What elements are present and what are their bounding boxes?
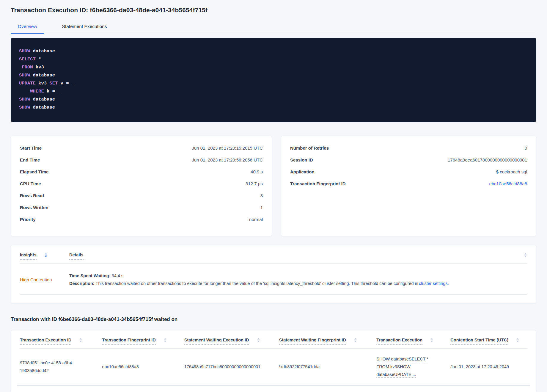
statement-waiting-execution-id-cell: 176498a9c717bdc80000000000000001 xyxy=(184,363,279,371)
sort-icon[interactable] xyxy=(164,338,167,343)
sql-statements-box: SHOW databaseSELECT * FROM kv3SHOW datab… xyxy=(11,38,536,122)
summary-row: Rows Read3 xyxy=(20,193,263,205)
insights-table: Insights Details High Cont xyxy=(11,245,536,303)
statement-waiting-fingerprint-id-cell: \xdb8922f077541dda xyxy=(279,363,377,371)
column-header-label[interactable]: Transaction Execution ID xyxy=(20,338,71,345)
details-column-label[interactable]: Details xyxy=(69,253,84,260)
summary-row: End TimeJun 01, 2023 at 17:20:56:2056 UT… xyxy=(20,157,263,169)
column-header-label[interactable]: Statement Waiting Fingerprint ID xyxy=(279,338,346,345)
column-header-label[interactable]: Transaction Fingerprint ID xyxy=(102,338,155,345)
transaction-details-page: Transaction Execution ID: f6be6366-da03-… xyxy=(0,7,547,392)
summary-value: 0 xyxy=(525,145,527,150)
summary-label: Priority xyxy=(20,217,36,222)
summary-row: Session ID17648a9eea60178000000000000000… xyxy=(290,157,527,169)
summary-label: Number of Retries xyxy=(290,145,329,150)
cluster-settings-link[interactable]: cluster settings xyxy=(419,281,448,286)
description-line: Description:This transaction waited on o… xyxy=(69,280,522,287)
high-contention-label: High Contention xyxy=(20,277,52,282)
transaction-fingerprint-id-cell: ebc10ae56cfd88a8 xyxy=(102,363,184,371)
summary-label: CPU Time xyxy=(20,181,41,186)
table-row: 9738d051-bc0e-4158-a9b4-1903586ddd42 ebc… xyxy=(20,349,527,385)
summary-label: Application xyxy=(290,169,315,174)
sql-line: SHOW database xyxy=(19,104,528,112)
time-spent-waiting-label: Time Spent Waiting: xyxy=(69,273,111,278)
sort-icon[interactable] xyxy=(257,338,260,343)
page-title: Transaction Execution ID: f6be6366-da03-… xyxy=(11,7,536,14)
column-header-label[interactable]: Statement Waiting Execution ID xyxy=(184,338,249,345)
summary-value: 40.9 s xyxy=(251,169,263,174)
description-period: . xyxy=(448,281,449,286)
tab-statement-executions[interactable]: Statement Executions xyxy=(55,24,114,33)
column-header-details[interactable]: Details xyxy=(69,253,516,260)
sort-icon[interactable] xyxy=(524,253,527,258)
summary-label: Rows Written xyxy=(20,205,48,210)
insights-column-label[interactable]: Insights xyxy=(20,253,37,260)
sql-line: UPDATE kv3 SET v = _ xyxy=(19,79,528,87)
summary-label: Start Time xyxy=(20,145,42,150)
sql-line: SELECT * xyxy=(19,55,528,63)
column-header-transaction-execution-id[interactable]: Transaction Execution ID xyxy=(20,338,102,345)
summary-row: Prioritynormal xyxy=(20,217,263,229)
sql-line: WHERE k = _ xyxy=(19,87,528,95)
sql-line: FROM kv3 xyxy=(19,63,528,71)
transaction-fingerprint-id-link[interactable]: ebc10ae56cfd88a8 xyxy=(489,181,527,186)
waited-on-heading: Transaction with ID f6be6366-da03-48de-a… xyxy=(11,316,536,322)
summary-section: Start TimeJun 01, 2023 at 17:20:15:2015 … xyxy=(11,136,536,236)
time-spent-waiting-value: 34.4 s xyxy=(112,273,124,278)
tab-overview[interactable]: Overview xyxy=(11,24,44,34)
column-header-statement-waiting-fingerprint-id[interactable]: Statement Waiting Fingerprint ID xyxy=(279,338,377,345)
waited-on-table-header: Transaction Execution IDTransaction Fing… xyxy=(20,338,527,349)
waited-on-table: Transaction Execution IDTransaction Fing… xyxy=(11,330,536,392)
summary-card-right: Number of Retries0Session ID17648a9eea60… xyxy=(281,136,536,236)
summary-value: normal xyxy=(249,217,263,222)
transaction-execution-id-cell: 9738d051-bc0e-4158-a9b4-1903586ddd42 xyxy=(20,359,102,374)
summary-label: End Time xyxy=(20,157,40,162)
description-label: Description: xyxy=(69,281,95,286)
insight-row: High Contention Time Spent Waiting:34.4 … xyxy=(20,264,527,295)
column-header-contention-start-time-utc[interactable]: Contention Start Time (UTC) xyxy=(450,338,527,345)
transaction-execution-link[interactable]: SHOW databaseSELECT * FROM kv3SHOW datab… xyxy=(376,355,433,378)
summary-value: 312.7 µs xyxy=(246,181,263,186)
sql-line: SHOW database xyxy=(19,71,528,79)
sort-icon[interactable] xyxy=(354,338,357,343)
insights-table-header: Insights Details xyxy=(20,253,527,264)
summary-row: Elapsed Time40.9 s xyxy=(20,169,263,181)
summary-label: Rows Read xyxy=(20,193,44,198)
sort-icon[interactable] xyxy=(516,338,519,343)
tab-bar: Overview Statement Executions xyxy=(11,24,536,33)
table-footer-spacer xyxy=(20,386,527,392)
column-header-transaction-fingerprint-id[interactable]: Transaction Fingerprint ID xyxy=(102,338,184,345)
sql-line: SHOW database xyxy=(19,47,528,55)
insight-details-cell: Time Spent Waiting:34.4 s Description:Th… xyxy=(69,272,527,287)
summary-label: Elapsed Time xyxy=(20,169,48,174)
summary-card-left: Start TimeJun 01, 2023 at 17:20:15:2015 … xyxy=(11,136,272,236)
column-header-label[interactable]: Transaction Execution xyxy=(376,338,422,345)
contention-start-time-cell: Jun 01, 2023 at 17:20:49:2049 xyxy=(450,363,527,371)
time-spent-waiting-line: Time Spent Waiting:34.4 s xyxy=(69,272,522,280)
summary-row: Number of Retries0 xyxy=(290,145,527,157)
description-text: This transaction waited on other transac… xyxy=(96,281,418,286)
summary-row: Rows Written1 xyxy=(20,205,263,217)
transaction-execution-cell: SHOW databaseSELECT * FROM kv3SHOW datab… xyxy=(376,355,450,378)
sort-icon[interactable] xyxy=(79,338,82,343)
summary-row: CPU Time312.7 µs xyxy=(20,181,263,193)
summary-row: Application$ cockroach sql xyxy=(290,169,527,181)
sort-icon[interactable] xyxy=(430,338,433,343)
insight-type-cell: High Contention xyxy=(20,272,69,287)
sort-icon[interactable] xyxy=(44,253,48,258)
column-header-transaction-execution[interactable]: Transaction Execution xyxy=(376,338,450,345)
summary-value: 1 xyxy=(260,205,263,210)
summary-value: $ cockroach sql xyxy=(496,169,527,174)
summary-row: Transaction Fingerprint IDebc10ae56cfd88… xyxy=(290,181,527,193)
summary-label: Transaction Fingerprint ID xyxy=(290,181,346,186)
summary-value: 3 xyxy=(260,193,263,198)
summary-value: Jun 01, 2023 at 17:20:15:2015 UTC xyxy=(192,145,263,150)
sql-line: SHOW database xyxy=(19,95,528,104)
column-header-statement-waiting-execution-id[interactable]: Statement Waiting Execution ID xyxy=(184,338,279,345)
column-header-label[interactable]: Contention Start Time (UTC) xyxy=(450,338,508,345)
summary-value: 17648a9eea6017800000000000000001 xyxy=(448,157,527,162)
column-header-insights[interactable]: Insights xyxy=(20,253,69,260)
summary-value: Jun 01, 2023 at 17:20:56:2056 UTC xyxy=(192,157,263,162)
summary-row: Start TimeJun 01, 2023 at 17:20:15:2015 … xyxy=(20,145,263,157)
summary-label: Session ID xyxy=(290,157,313,162)
